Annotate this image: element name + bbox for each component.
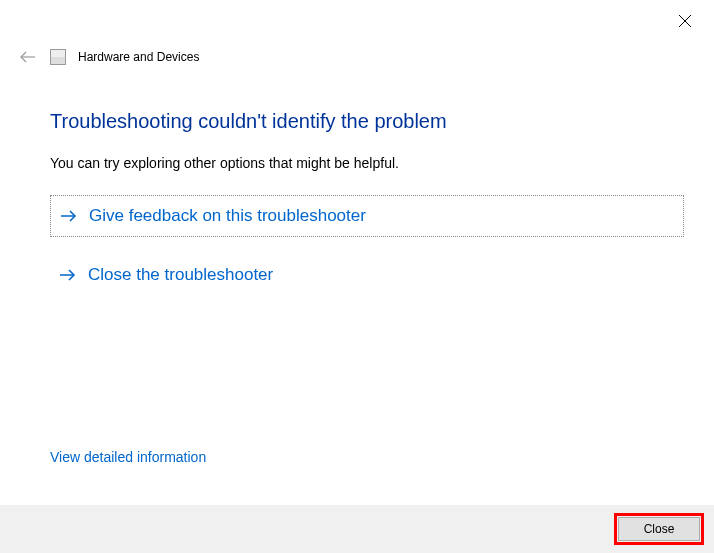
close-icon [678, 14, 692, 28]
close-button[interactable]: Close [618, 517, 700, 541]
back-button[interactable] [18, 47, 38, 67]
arrow-right-icon [58, 266, 76, 284]
window-close-button[interactable] [678, 14, 694, 30]
wizard-footer: Close [0, 505, 714, 553]
option-close-troubleshooter[interactable]: Close the troubleshooter [50, 255, 684, 295]
option-give-feedback[interactable]: Give feedback on this troubleshooter [50, 195, 684, 237]
option-label: Close the troubleshooter [88, 265, 273, 285]
result-subtext: You can try exploring other options that… [50, 155, 684, 171]
option-label: Give feedback on this troubleshooter [89, 206, 366, 226]
hardware-devices-icon [50, 49, 66, 65]
arrow-right-icon [59, 207, 77, 225]
back-arrow-icon [19, 50, 37, 64]
result-heading: Troubleshooting couldn't identify the pr… [50, 110, 684, 133]
wizard-title: Hardware and Devices [78, 50, 199, 64]
wizard-content: Troubleshooting couldn't identify the pr… [50, 110, 684, 313]
wizard-header: Hardware and Devices [18, 47, 199, 67]
view-detailed-info-link[interactable]: View detailed information [50, 449, 206, 465]
